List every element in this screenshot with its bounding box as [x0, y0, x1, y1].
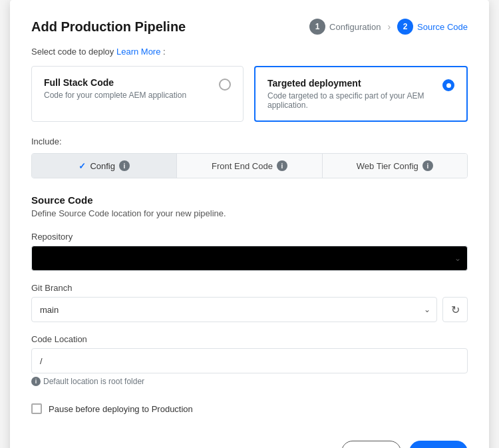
tab-config[interactable]: ✓ Config i [32, 154, 177, 178]
step-2: 2 Source Code [397, 19, 468, 35]
tab-front-end-label: Front End Code [212, 161, 273, 171]
config-check-icon: ✓ [79, 161, 86, 171]
step-2-circle: 2 [397, 19, 413, 35]
git-branch-label: Git Branch [31, 283, 468, 293]
tab-config-label: Config [90, 161, 115, 171]
git-branch-row: main ⌄ ↻ [31, 297, 468, 322]
modal-footer: Cancel Save [31, 430, 468, 448]
select-code-section: Select code to deploy Learn More : [31, 47, 468, 57]
cancel-button[interactable]: Cancel [341, 441, 401, 448]
tab-front-end-code[interactable]: Front End Code i [177, 154, 322, 178]
targeted-radio[interactable] [442, 79, 454, 91]
full-stack-radio[interactable] [219, 79, 231, 91]
git-branch-field-group: Git Branch main ⌄ ↻ [31, 283, 468, 322]
pause-checkbox[interactable] [31, 403, 42, 414]
full-stack-option[interactable]: Full Stack Code Code for your complete A… [31, 66, 244, 122]
step-1: 1 Configuration [309, 19, 381, 35]
add-pipeline-modal: Add Production Pipeline 1 Configuration … [10, 0, 489, 448]
full-stack-title: Full Stack Code [44, 77, 211, 88]
git-branch-select[interactable]: main [31, 297, 437, 322]
repository-label: Repository [31, 232, 468, 242]
source-code-title: Source Code [31, 194, 468, 206]
code-options: Full Stack Code Code for your complete A… [31, 66, 468, 122]
source-code-desc: Define Source Code location for your new… [31, 208, 468, 218]
config-info-icon: i [119, 160, 130, 171]
git-branch-select-wrapper: main ⌄ [31, 297, 437, 322]
include-label: Include: [31, 136, 468, 146]
learn-more-link[interactable]: Learn More [116, 47, 160, 57]
code-location-input[interactable] [31, 348, 468, 373]
wizard-steps: 1 Configuration › 2 Source Code [309, 19, 468, 35]
repository-select-wrapper: ⌄ [31, 246, 468, 271]
repository-select[interactable] [31, 246, 468, 271]
pause-label: Pause before deploying to Production [49, 404, 193, 414]
repository-field-group: Repository ⌄ [31, 232, 468, 271]
select-code-colon: : [163, 47, 166, 57]
step-2-label: Source Code [417, 22, 468, 32]
select-code-text: Select code to deploy [31, 47, 114, 57]
front-end-info-icon: i [277, 160, 287, 171]
tab-web-tier-label: Web Tier Config [357, 161, 418, 171]
step-1-circle: 1 [309, 19, 325, 35]
hint-text: Default location is root folder [43, 377, 144, 386]
tab-web-tier-config[interactable]: Web Tier Config i [323, 154, 467, 178]
code-location-label: Code Location [31, 334, 468, 344]
save-button[interactable]: Save [409, 441, 468, 448]
pause-checkbox-row[interactable]: Pause before deploying to Production [31, 403, 468, 414]
refresh-button[interactable]: ↻ [442, 297, 468, 322]
targeted-desc: Code targeted to a specific part of your… [267, 91, 434, 110]
modal-title: Add Production Pipeline [31, 19, 186, 35]
step-arrow: › [387, 21, 391, 32]
code-location-hint: i Default location is root folder [31, 377, 468, 386]
targeted-option[interactable]: Targeted deployment Code targeted to a s… [254, 66, 468, 122]
code-location-field-group: Code Location i Default location is root… [31, 334, 468, 386]
targeted-title: Targeted deployment [267, 78, 434, 89]
modal-header: Add Production Pipeline 1 Configuration … [31, 19, 468, 35]
step-1-label: Configuration [329, 22, 381, 32]
hint-info-icon: i [31, 377, 41, 386]
tab-group: ✓ Config i Front End Code i Web Tier Con… [31, 153, 468, 178]
source-code-section: Source Code Define Source Code location … [31, 194, 468, 232]
full-stack-content: Full Stack Code Code for your complete A… [44, 77, 211, 100]
web-tier-info-icon: i [422, 160, 433, 171]
full-stack-desc: Code for your complete AEM application [44, 91, 211, 100]
targeted-content: Targeted deployment Code targeted to a s… [267, 78, 434, 110]
